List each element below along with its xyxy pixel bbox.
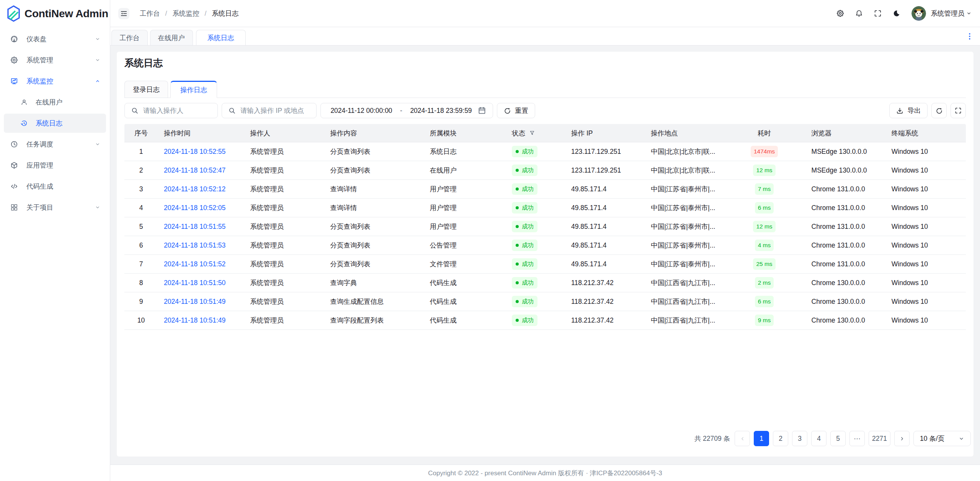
pagination-page-3[interactable]: 3 <box>792 431 807 446</box>
search-icon <box>228 107 236 114</box>
log-detail-link[interactable]: 2024-11-18 10:52:55 <box>164 148 225 155</box>
sidebar-item-task-schedule[interactable]: 任务调度 <box>4 135 106 154</box>
table-header-row: 序号操作时间操作人操作内容所属模块状态操作 IP操作地点耗时浏览器终端系统 <box>124 124 966 142</box>
settings-icon[interactable] <box>836 10 844 17</box>
sidebar-item-dashboard[interactable]: 仪表盘 <box>4 29 106 49</box>
main-column: 工作台/系统监控/系统日志 系统管理员 工作台在线用户系统日志 系统日志 登录日… <box>110 0 980 481</box>
sidebar-item-system-management[interactable]: 系统管理 <box>4 51 106 70</box>
cell-os: Windows 10 <box>885 180 966 199</box>
cell-index: 9 <box>124 292 158 311</box>
cell-os: Windows 10 <box>885 161 966 180</box>
cell-ip: 49.85.171.4 <box>565 255 645 274</box>
tabbar-more-button[interactable] <box>965 27 975 45</box>
log-detail-link[interactable]: 2024-11-18 10:52:12 <box>164 185 225 193</box>
cell-browser: Chrome 131.0.0.0 <box>805 217 885 236</box>
box-icon <box>10 161 18 169</box>
duration-badge: 6 ms <box>755 202 774 214</box>
cell-os: Windows 10 <box>885 217 966 236</box>
status-badge: 成功 <box>512 146 537 157</box>
table-fullscreen-button[interactable] <box>951 103 966 118</box>
sidebar-item-label: 在线用户 <box>36 98 62 107</box>
status-label: 成功 <box>522 298 534 306</box>
cell-status: 成功 <box>506 199 565 217</box>
status-dot <box>516 206 519 209</box>
nav-tab-系统日志[interactable]: 系统日志 <box>196 30 246 45</box>
nav-tab-工作台[interactable]: 工作台 <box>111 30 148 45</box>
breadcrumb-item[interactable]: 系统日志 <box>212 9 238 18</box>
sidebar-item-system-log[interactable]: 系统日志 <box>4 114 106 133</box>
export-button[interactable]: 导出 <box>889 103 928 118</box>
cell-module: 代码生成 <box>424 311 506 330</box>
pagination-page-4[interactable]: 4 <box>811 431 826 446</box>
log-detail-link[interactable]: 2024-11-18 10:52:47 <box>164 166 225 174</box>
sidebar-item-app-management[interactable]: 应用管理 <box>4 156 106 175</box>
sidebar-item-code-generation[interactable]: 代码生成 <box>4 177 106 196</box>
user-avatar[interactable] <box>911 6 926 21</box>
user-menu-chevron-down-icon[interactable] <box>966 11 972 16</box>
log-detail-link[interactable]: 2024-11-18 10:51:49 <box>164 316 225 324</box>
monitor-icon <box>10 77 18 85</box>
date-range-end[interactable]: 2024-11-18 23:59:59 <box>407 107 475 115</box>
duration-badge: 9 ms <box>755 315 774 326</box>
chevron-right-icon <box>899 436 905 442</box>
column-header-label: 操作时间 <box>164 129 191 137</box>
log-tab-登录日志[interactable]: 登录日志 <box>124 81 168 98</box>
duration-badge: 12 ms <box>753 165 775 176</box>
fullscreen-icon[interactable] <box>874 10 882 17</box>
logo[interactable]: ContiNew Admin <box>0 0 110 27</box>
duration-badge: 2 ms <box>755 277 774 289</box>
reset-button[interactable]: 重置 <box>497 103 535 118</box>
breadcrumb: 工作台/系统监控/系统日志 <box>140 9 238 18</box>
cell-operator: 系统管理员 <box>244 311 324 330</box>
chevron-down-icon <box>95 36 100 42</box>
pagination-page-5[interactable]: 5 <box>830 431 846 446</box>
cell-browser: MSEdge 130.0.0.0 <box>805 161 885 180</box>
history-icon <box>21 120 28 127</box>
date-range-picker[interactable]: 2024-11-12 00:00:00 - 2024-11-18 23:59:5… <box>320 103 493 118</box>
log-detail-link[interactable]: 2024-11-18 10:51:49 <box>164 298 225 305</box>
cell-operator: 系统管理员 <box>244 180 324 199</box>
log-detail-link[interactable]: 2024-11-18 10:51:55 <box>164 223 225 230</box>
pagination-prev-button[interactable] <box>735 431 750 446</box>
log-detail-link[interactable]: 2024-11-18 10:51:53 <box>164 241 225 249</box>
sidebar-item-online-users[interactable]: 在线用户 <box>4 93 106 112</box>
pagination-page-2[interactable]: 2 <box>773 431 788 446</box>
pagination-next-button[interactable] <box>894 431 910 446</box>
sidebar-collapse-button[interactable] <box>118 8 129 19</box>
pagination: 共 22709 条 12345⋯2271 10 条/页 <box>124 431 971 446</box>
column-header-location: 操作地点 <box>645 124 723 142</box>
cell-operator: 系统管理员 <box>244 199 324 217</box>
nav-tab-在线用户[interactable]: 在线用户 <box>150 30 193 45</box>
log-detail-link[interactable]: 2024-11-18 10:52:05 <box>164 204 225 212</box>
cell-status: 成功 <box>506 292 565 311</box>
cell-module: 代码生成 <box>424 292 506 311</box>
log-detail-link[interactable]: 2024-11-18 10:51:52 <box>164 260 225 268</box>
filter-toolbar: 请输入操作人 请输入操作 IP 或地点 2024-11-12 00:00:00 … <box>124 103 966 118</box>
cell-index: 7 <box>124 255 158 274</box>
status-dot <box>516 281 519 284</box>
notification-bell-icon[interactable] <box>855 10 863 17</box>
sidebar-item-system-monitor[interactable]: 系统监控 <box>4 72 106 91</box>
ip-search-placeholder: 请输入操作 IP 或地点 <box>240 106 304 115</box>
cell-time: 2024-11-18 10:52:05 <box>158 199 244 217</box>
page-size-select[interactable]: 10 条/页 <box>913 431 971 446</box>
breadcrumb-item[interactable]: 工作台 <box>140 9 160 18</box>
gear-icon <box>10 56 18 64</box>
cell-location: 中国|江苏省|泰州市|... <box>645 180 723 199</box>
filter-icon[interactable] <box>529 130 535 136</box>
dark-mode-moon-icon[interactable] <box>893 10 900 17</box>
cell-module: 文件管理 <box>424 255 506 274</box>
pagination-page-1[interactable]: 1 <box>754 431 769 446</box>
table-refresh-button[interactable] <box>931 103 947 118</box>
log-tab-操作日志[interactable]: 操作日志 <box>170 81 217 98</box>
sidebar-item-about-project[interactable]: 关于项目 <box>4 198 106 217</box>
log-detail-link[interactable]: 2024-11-18 10:51:50 <box>164 279 225 287</box>
user-name[interactable]: 系统管理员 <box>931 9 965 18</box>
ip-search-input[interactable]: 请输入操作 IP 或地点 <box>222 103 317 118</box>
breadcrumb-item[interactable]: 系统监控 <box>172 9 199 18</box>
pagination-page-2271[interactable]: 2271 <box>869 431 890 446</box>
operator-search-input[interactable]: 请输入操作人 <box>124 103 218 118</box>
pagination-page-⋯[interactable]: ⋯ <box>849 431 865 446</box>
date-range-start[interactable]: 2024-11-12 00:00:00 <box>327 107 395 115</box>
table-row: 52024-11-18 10:51:55系统管理员分页查询列表用户管理成功49.… <box>124 217 966 236</box>
